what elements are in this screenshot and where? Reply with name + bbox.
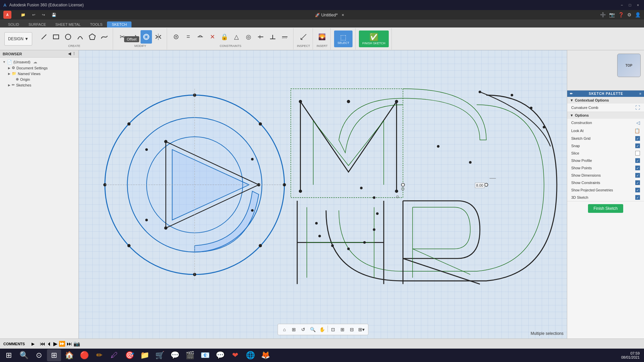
show-constraints-checkbox[interactable] <box>635 180 640 185</box>
tab-tools[interactable]: TOOLS <box>85 21 107 27</box>
timeline-start-btn[interactable]: ⏮ <box>40 341 45 347</box>
offset-btn[interactable] <box>141 30 152 44</box>
app7-btn[interactable]: 🦊 <box>258 349 272 361</box>
timeline-next-btn[interactable]: ⏩ <box>59 341 65 347</box>
contextual-options-header[interactable]: ▼ Contextual Options <box>567 97 644 104</box>
show-dimensions-checkbox[interactable] <box>635 173 640 178</box>
app4-btn[interactable]: 🎯 <box>122 349 137 361</box>
slice-row[interactable]: Slice <box>567 149 644 157</box>
restore-button[interactable]: □ <box>627 2 633 8</box>
timeline-end-btn[interactable]: ⏭ <box>67 341 72 347</box>
tree-item-root[interactable]: ▼ 📄 (Unsaved) ☁ <box>0 59 78 65</box>
show-projected-row[interactable]: Show Projected Geometries <box>567 186 644 194</box>
sketch-palette-menu-btn[interactable]: ≡ <box>639 92 641 96</box>
look-at-row[interactable]: Look At 📋 <box>567 127 644 135</box>
display-settings-btn[interactable]: ⊡ <box>329 325 337 334</box>
mirror-btn[interactable] <box>153 30 164 44</box>
settings-btn[interactable]: ⚙ <box>627 12 632 17</box>
app3-btn[interactable]: 🖊 <box>107 349 121 361</box>
3d-sketch-checkbox[interactable] <box>635 195 640 200</box>
netflix-btn[interactable]: 🎬 <box>183 349 197 361</box>
camera-btn[interactable]: 📷 <box>609 12 615 17</box>
save-btn[interactable]: 💾 <box>49 12 59 18</box>
finish-sketch-btn[interactable]: ✅ FINISH SKETCH <box>359 31 389 47</box>
tab-sketch[interactable]: SKETCH <box>107 21 131 27</box>
arc-btn[interactable] <box>74 30 86 44</box>
perpendicular-btn[interactable] <box>267 30 278 44</box>
show-profile-row[interactable]: Show Profile <box>567 157 644 164</box>
show-profile-checkbox[interactable] <box>635 158 640 163</box>
collapse-comments-btn[interactable]: ▶ <box>32 342 35 346</box>
chrome-btn[interactable]: 🌐 <box>243 349 257 361</box>
polygon-btn[interactable] <box>87 30 98 44</box>
explorer-btn[interactable]: ⊞ <box>47 349 61 361</box>
minimize-button[interactable]: − <box>619 2 625 8</box>
tree-item-sketches[interactable]: ▶ ✏ Sketches <box>0 82 78 88</box>
options-header[interactable]: ▼ Options <box>567 112 644 119</box>
tab-solid[interactable]: SOLID <box>3 21 24 27</box>
redo-btn[interactable]: ↪ <box>39 12 48 18</box>
fit-btn[interactable]: ⊞ <box>290 325 298 334</box>
curvature-comb-icon[interactable]: ⛶ <box>635 105 640 110</box>
select-btn[interactable]: ⬚ SELECT <box>334 31 353 47</box>
concentric-btn[interactable]: ◎ <box>243 30 254 44</box>
mail-btn[interactable]: 📧 <box>198 349 212 361</box>
sketch-grid-checkbox[interactable] <box>635 136 640 141</box>
app2-btn[interactable]: ✏ <box>92 349 106 361</box>
app6-btn[interactable]: ❤ <box>228 349 242 361</box>
circle-btn[interactable] <box>62 30 74 44</box>
finish-sketch-palette-btn[interactable]: Finish Sketch <box>588 204 623 213</box>
search-btn[interactable]: 🔍 <box>17 349 31 361</box>
delete-constraint-btn[interactable]: ✕ <box>207 30 218 44</box>
user-btn[interactable]: 👤 <box>635 12 641 17</box>
equal-btn[interactable]: = <box>182 30 194 44</box>
tangent-btn[interactable] <box>195 30 206 44</box>
show-projected-checkbox[interactable] <box>635 188 640 192</box>
add-tab-btn[interactable]: ➕ <box>600 12 606 17</box>
timeline-prev-btn[interactable]: ⏴ <box>47 341 52 347</box>
tree-item-origin[interactable]: ▶ ⊕ Origin <box>0 76 78 82</box>
start-btn[interactable]: ⊞ <box>2 349 16 361</box>
curvature-comb-row[interactable]: Curvature Comb ⛶ <box>567 104 644 112</box>
app1-btn[interactable]: 🔴 <box>77 349 91 361</box>
home-view-btn[interactable]: ⌂ <box>280 325 288 334</box>
app-logo-btn[interactable]: A <box>3 11 11 19</box>
browser-collapse-btn[interactable]: ◀ <box>68 52 71 56</box>
tree-item-doc-settings[interactable]: ▶ ⚙ Document Settings <box>0 65 78 71</box>
sketch-grid-row[interactable]: Sketch Grid <box>567 135 644 142</box>
snap-row[interactable]: Snap <box>567 142 644 149</box>
browser-settings-btn[interactable]: ⋮ <box>72 52 76 56</box>
view-options-btn[interactable]: ⊟ <box>348 325 356 334</box>
canvas-area[interactable]: 8.00 ⊙ ⊙ ⌂ ⊞ ↺ 🔍 ✋ ⊡ ⊞ ⊟ ⊞▾ Multiple sel… <box>79 50 567 339</box>
show-points-row[interactable]: Show Points <box>567 164 644 172</box>
line-btn[interactable] <box>38 30 50 44</box>
close-document-btn[interactable]: × <box>341 12 344 17</box>
edge-btn[interactable]: 🏠 <box>62 349 76 361</box>
timeline-play-btn[interactable]: ▶ <box>53 341 57 347</box>
measure-btn[interactable] <box>298 30 309 44</box>
horizontal-btn[interactable] <box>279 30 290 44</box>
insert-image-btn[interactable]: 🌄 <box>316 30 328 44</box>
spline-btn[interactable] <box>99 30 110 44</box>
zoom-btn[interactable]: 🔍 <box>309 325 317 334</box>
3d-sketch-row[interactable]: 3D Sketch <box>567 194 644 201</box>
slice-checkbox[interactable] <box>635 151 640 156</box>
view-cube[interactable]: TOP <box>617 54 641 77</box>
files-btn[interactable]: 📁 <box>138 349 152 361</box>
file-menu-btn[interactable]: 📁 <box>18 12 28 18</box>
more-options-btn[interactable]: ⊞▾ <box>357 325 365 334</box>
orbit-btn[interactable]: ↺ <box>299 325 307 334</box>
task-view-btn[interactable]: ⊙ <box>32 349 46 361</box>
timeline-camera-btn[interactable]: 📷 <box>73 341 80 347</box>
grid-btn[interactable]: ⊞ <box>338 325 346 334</box>
tab-sheet-metal[interactable]: SHEET METAL <box>51 21 85 27</box>
undo-btn[interactable]: ↩ <box>30 12 38 18</box>
snap-checkbox[interactable] <box>635 143 640 148</box>
app5-btn[interactable]: 💬 <box>213 349 227 361</box>
close-button[interactable]: × <box>635 2 641 8</box>
show-dimensions-row[interactable]: Show Dimensions <box>567 172 644 179</box>
teams-btn[interactable]: 💬 <box>168 349 182 361</box>
design-mode-btn[interactable]: DESIGN ▼ <box>4 32 32 46</box>
midpoint-btn[interactable]: △ <box>231 30 242 44</box>
lock-btn[interactable]: 🔒 <box>219 30 230 44</box>
